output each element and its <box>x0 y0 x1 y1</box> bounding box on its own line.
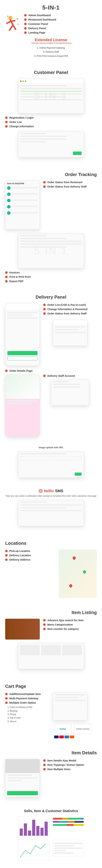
screenshot-sms-config <box>18 500 84 526</box>
svg-point-7 <box>40 491 41 492</box>
bullet-icon <box>24 27 27 30</box>
payment-logos: PayPal PAYMENT GATEWAY <box>53 722 97 736</box>
item-details-heading: Item Details <box>5 750 97 755</box>
statistics-section: Sells, Item & Customer Statistics <box>0 801 102 865</box>
stat-list <box>53 840 84 856</box>
point-pickup-location: Pick-up Location <box>5 550 55 552</box>
screenshot-delivery-account <box>51 379 89 405</box>
bullet-icon <box>5 280 8 282</box>
cart-sub-list: 1. Cash on Delivery (COD) 2. Booking 3. … <box>8 706 49 723</box>
screenshot-delivery-desktop <box>53 320 87 346</box>
svg-point-8 <box>41 491 42 492</box>
card-icons <box>53 736 97 738</box>
bullet-icon <box>43 304 46 306</box>
bullet-icon <box>24 14 27 17</box>
point-menu-category: Menu Categorization <box>43 623 97 626</box>
screenshot-cart <box>53 692 87 720</box>
bullet-icon <box>43 768 46 770</box>
bullet-icon <box>24 19 27 21</box>
bullet-icon <box>5 125 8 128</box>
image-upload-section: Image upload with URL <box>0 441 102 485</box>
paypal-logo: PayPal <box>54 724 71 734</box>
discover-icon <box>70 736 74 738</box>
svg-point-5 <box>40 490 41 491</box>
point-invoices: Invoices <box>5 271 97 274</box>
map-pin-icon <box>68 584 73 588</box>
cart-section: Cart Page Add/Remove/Update Item Multi-P… <box>0 676 102 743</box>
bullet-icon <box>24 31 27 34</box>
point-delivery-order-list: Order List (COD & Pay-in-cash) <box>43 303 97 306</box>
bullet-icon <box>43 185 46 188</box>
screenshot-invoice: 5 IN 1 <box>18 234 84 268</box>
bullet-icon <box>5 697 8 700</box>
order-tracking-section: Order Tracking Order ID #202107095 Order… <box>0 164 102 287</box>
bullet-icon <box>5 271 8 274</box>
bullet-icon <box>43 628 46 630</box>
svg-point-2 <box>17 19 18 20</box>
segment-charts <box>53 816 84 827</box>
point-export-pdf: Export PDF <box>5 280 97 283</box>
screenshot-image-upload <box>18 452 84 477</box>
bullet-icon <box>43 375 46 377</box>
customer-panel-section: Customer Panel 5 IN 1 Registration / Log… <box>0 62 102 164</box>
sms-section: twilio SMS Now you can send a notificati… <box>0 485 102 533</box>
feature-customer: Customer Panel <box>24 22 56 25</box>
sms-description: Now you can send a notification after ac… <box>5 495 97 497</box>
visa-icon <box>54 736 59 738</box>
svg-point-1 <box>7 16 8 17</box>
statistics-heading: Sells, Item & Customer Statistics <box>5 809 97 813</box>
bullet-icon <box>5 370 8 372</box>
bullet-icon <box>5 121 8 123</box>
extended-license-list: 1. Online Payment Gateway 2. Delivery St… <box>5 46 97 58</box>
locations-heading: Locations <box>5 540 97 546</box>
bullet-icon <box>43 623 46 626</box>
map-pin-icon <box>72 556 76 560</box>
item-listing-section: Item Listing Advance Ajax search for Ite… <box>0 602 102 676</box>
hero-feature-list: Admin Dashboard Restaurant Dashboard Cus… <box>24 14 56 34</box>
bullet-icon <box>24 23 27 25</box>
point-ajax-search: Advance Ajax search for Item <box>43 619 97 622</box>
amex-icon <box>64 736 69 738</box>
point-registration: Registration / Login <box>5 116 97 119</box>
line-chart <box>18 840 49 861</box>
bullet-icon <box>5 702 8 704</box>
screenshot-order-details-mobile <box>5 374 40 437</box>
point-print: Print & POS Print <box>5 275 97 278</box>
bullet-icon <box>5 550 8 552</box>
screenshot-item-grid <box>18 643 84 669</box>
screenshot-customer-form <box>18 131 84 157</box>
svg-point-3 <box>18 24 19 25</box>
bullet-icon <box>5 276 8 278</box>
feature-admin: Admin Dashboard <box>24 14 56 17</box>
filter-section: New UI, Filter in order ● ● ● ● <box>0 865 102 868</box>
hero-title: 5-IN-1 <box>5 4 97 11</box>
point-delivery-change-info: Change Information & Password <box>43 308 97 311</box>
map-pin-icon <box>82 569 87 574</box>
screenshot-customer-orders: 5 IN 1 <box>18 79 84 113</box>
label-delivery-account: Delivery Staff Account <box>43 374 97 377</box>
point-sizes: Item Multiple Sizes <box>43 768 97 771</box>
point-status-delivery: Order Status from delivery Staff <box>43 185 97 188</box>
screenshot-map <box>59 550 97 598</box>
point-item-counter: Item counter for category <box>43 627 97 630</box>
screenshot-tracking-timeline: Order ID #202107095 <box>5 181 40 229</box>
point-multi-order: Multiple Order Option <box>5 701 49 704</box>
order-tracking-heading: Order Tracking <box>5 172 97 177</box>
bullet-icon <box>5 558 8 561</box>
cart-heading: Cart Page <box>5 684 97 689</box>
screenshot-item-listing <box>5 619 40 640</box>
point-delivery-location: Delivery Location <box>5 554 55 557</box>
bullet-icon <box>43 759 46 762</box>
bullet-icon <box>43 312 46 315</box>
bullet-icon <box>43 619 46 621</box>
svg-point-4 <box>39 489 42 493</box>
customer-panel-heading: Customer Panel <box>5 70 97 75</box>
feature-delivery: Delivery Panel <box>24 27 56 30</box>
bullet-icon <box>5 554 8 557</box>
bullet-icon <box>5 117 8 119</box>
locations-section: Locations Pick-up Location Delivery Loca… <box>0 533 102 602</box>
point-multi-payment: Multi-Payment Gateway <box>5 697 49 700</box>
point-ajax-modal: Item Details Ajax Modal <box>43 759 97 762</box>
bullet-icon <box>43 308 46 310</box>
image-upload-label: Image upload with URL <box>5 446 97 449</box>
